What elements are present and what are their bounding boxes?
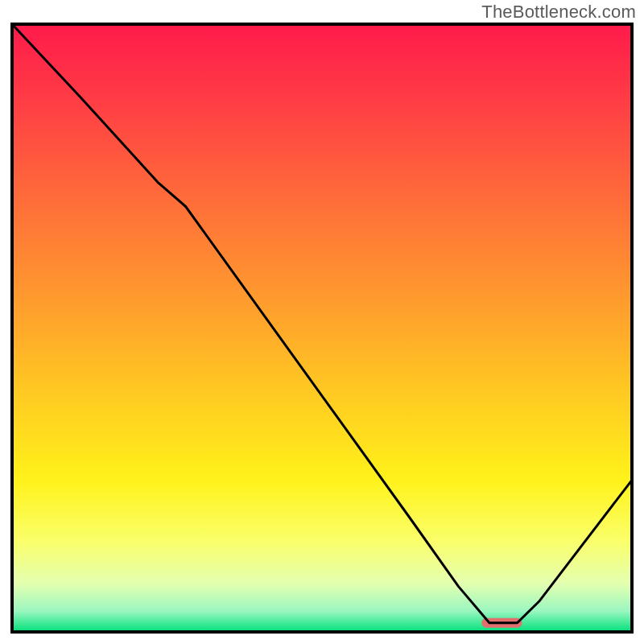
- plot-background: [12, 24, 632, 632]
- bottleneck-chart: [0, 0, 644, 644]
